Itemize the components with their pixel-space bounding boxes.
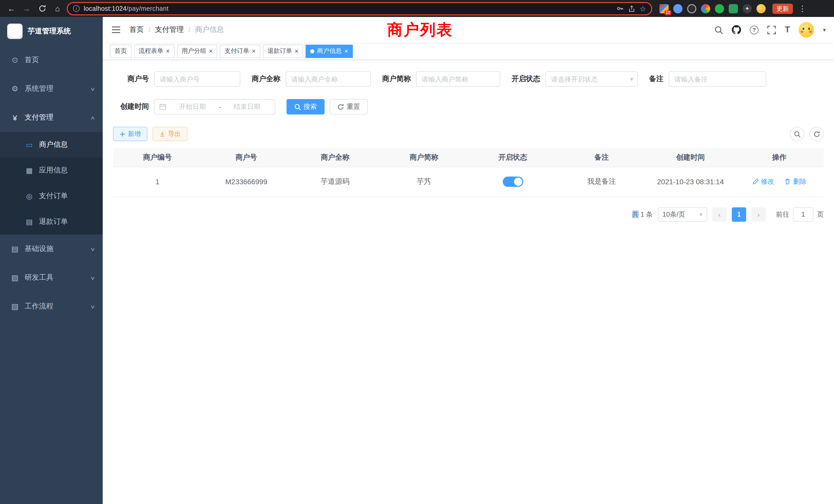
remark-input[interactable]: [668, 71, 766, 87]
site-info-icon[interactable]: i: [73, 5, 80, 12]
status-select-input[interactable]: [545, 71, 638, 87]
breadcrumb-separator: /: [148, 26, 151, 34]
table-header-row: 商户编号 商户号 商户全称 商户简称 开启状态 备注 创建时间 操作: [113, 148, 824, 167]
merchant-no-input[interactable]: [154, 71, 240, 87]
github-icon[interactable]: [732, 25, 741, 35]
url-host: localhost:1024: [84, 5, 127, 12]
toggle-search-icon[interactable]: [790, 127, 804, 141]
prev-page-button[interactable]: ‹: [712, 207, 727, 222]
search-icon[interactable]: [714, 25, 723, 34]
close-icon[interactable]: ×: [166, 48, 170, 54]
extensions-area: 10 更新 ⋮: [659, 3, 806, 14]
browser-home-icon[interactable]: ⌂: [51, 2, 64, 15]
refresh-icon[interactable]: [809, 127, 824, 141]
sidebar-item-label: 基础设施: [25, 244, 53, 254]
tags-view: 首页 流程表单 × 用户分组 × 支付订单 × 退款订单 ×: [103, 43, 834, 60]
extension-avatar-icon[interactable]: [701, 4, 710, 13]
col-short-name: 商户简称: [379, 148, 468, 167]
date-separator: -: [219, 103, 221, 111]
breadcrumb-payment[interactable]: 支付管理: [155, 25, 184, 35]
sidebar-item-workflow[interactable]: ▧ 工作流程 ∨: [0, 292, 103, 321]
font-size-icon[interactable]: T: [785, 25, 790, 35]
search-form-row-2: 创建时间 开始日期 - 结束日期 搜索: [113, 99, 824, 114]
grid-icon: ▦: [25, 166, 34, 175]
browser-update-button[interactable]: 更新: [772, 3, 793, 14]
sidebar-item-dev-tools[interactable]: ▨ 研发工具 ∨: [0, 263, 103, 292]
extension-green-book-icon[interactable]: [729, 4, 738, 13]
app-logo[interactable]: 芋道管理系统: [0, 17, 103, 46]
tab-home[interactable]: 首页: [110, 44, 131, 58]
sidebar-item-merchant-info[interactable]: ▭ 商户信息: [0, 132, 103, 158]
close-icon[interactable]: ×: [209, 48, 213, 54]
goto-page-input[interactable]: [793, 207, 813, 222]
sidebar-item-system[interactable]: ⚙ 系统管理 ∨: [0, 74, 103, 103]
extension-pinwheel-icon[interactable]: [743, 4, 752, 13]
merchant-shortname-input[interactable]: [416, 71, 500, 87]
sidebar-item-refund-order[interactable]: ▤ 退款订单: [0, 209, 103, 234]
edit-button-label: 修改: [761, 177, 774, 186]
export-button-label: 导出: [168, 130, 181, 138]
sidebar-item-home[interactable]: ⊙ 首页: [0, 46, 103, 74]
sidebar-item-payment[interactable]: ¥ 支付管理 ∧: [0, 103, 103, 132]
delete-button[interactable]: 删除: [785, 177, 807, 186]
user-avatar[interactable]: [799, 22, 814, 38]
cell-merchant-id: 1: [113, 167, 202, 197]
sidebar-item-app-info[interactable]: ▦ 应用信息: [0, 158, 103, 183]
next-page-button[interactable]: ›: [751, 207, 766, 222]
breadcrumb-home[interactable]: 首页: [129, 25, 144, 35]
avatar-caret-icon[interactable]: ▾: [823, 26, 826, 33]
help-icon[interactable]: ?: [750, 25, 759, 34]
page-size-value: 10条/页: [662, 210, 685, 219]
sidebar-item-infrastructure[interactable]: ▤ 基础设施 ∨: [0, 234, 103, 263]
breadcrumb-current: 商户信息: [195, 25, 224, 35]
tab-pay-order[interactable]: 支付订单 ×: [220, 44, 260, 58]
extension-ring-icon[interactable]: [687, 4, 696, 13]
payment-submenu: ▭ 商户信息 ▦ 应用信息 ◎ 支付订单 ▤ 退款订单: [0, 132, 103, 234]
browser-forward-icon[interactable]: →: [21, 2, 33, 15]
edit-button[interactable]: 修改: [752, 177, 774, 186]
cell-status: [468, 167, 557, 197]
fullscreen-icon[interactable]: [767, 25, 776, 34]
sidebar-item-pay-order[interactable]: ◎ 支付订单: [0, 183, 103, 209]
tab-label: 商户信息: [317, 47, 342, 55]
sidebar-item-label: 应用信息: [39, 166, 68, 175]
hamburger-icon[interactable]: [111, 25, 121, 35]
cell-merchant-no: M233666999: [202, 167, 291, 197]
close-icon[interactable]: ×: [295, 48, 299, 54]
extension-green-circle-icon[interactable]: [715, 4, 724, 13]
address-bar[interactable]: i localhost:1024/pay/merchant ☆: [67, 2, 652, 15]
page-size-select[interactable]: 10条/页 ▾: [658, 207, 707, 222]
browser-reload-icon[interactable]: [36, 2, 48, 15]
merchant-fullname-input[interactable]: [286, 71, 371, 87]
status-select[interactable]: ▾: [545, 71, 638, 87]
breadcrumb: 首页 / 支付管理 / 商户信息: [129, 25, 224, 35]
tab-merchant-info[interactable]: 商户信息 ×: [306, 44, 353, 58]
search-button[interactable]: 搜索: [287, 99, 325, 114]
col-actions: 操作: [735, 148, 824, 167]
export-button[interactable]: 导出: [153, 127, 188, 141]
tab-process-form[interactable]: 流程表单 ×: [134, 44, 174, 58]
browser-back-icon[interactable]: ←: [5, 2, 18, 15]
date-range-picker[interactable]: 开始日期 - 结束日期: [154, 99, 275, 114]
app-title: 芋道管理系统: [28, 27, 71, 36]
extension-blue-icon[interactable]: [673, 4, 682, 13]
page-1-button[interactable]: 1: [732, 207, 746, 222]
reset-button[interactable]: 重置: [330, 99, 368, 114]
browser-menu-icon[interactable]: ⋮: [798, 4, 806, 13]
password-key-icon[interactable]: [616, 5, 624, 12]
tab-refund-order[interactable]: 退款订单 ×: [263, 44, 303, 58]
tab-label: 支付订单: [224, 47, 249, 55]
extension-grid-icon[interactable]: 10: [659, 4, 668, 13]
tools-icon: ▨: [10, 273, 20, 282]
main-area: 首页 / 支付管理 / 商户信息 商户列表 ?: [103, 17, 834, 504]
close-icon[interactable]: ×: [251, 48, 256, 54]
tab-user-group[interactable]: 用户分组 ×: [177, 44, 217, 58]
browser-profile-avatar[interactable]: [756, 4, 766, 13]
date-end-placeholder: 结束日期: [224, 102, 270, 111]
close-icon[interactable]: ×: [344, 48, 348, 54]
bookmark-star-icon[interactable]: ☆: [640, 4, 646, 13]
delete-button-label: 删除: [793, 177, 807, 186]
add-button[interactable]: 新增: [113, 127, 147, 141]
share-icon[interactable]: [628, 5, 636, 12]
status-toggle[interactable]: [503, 177, 523, 187]
